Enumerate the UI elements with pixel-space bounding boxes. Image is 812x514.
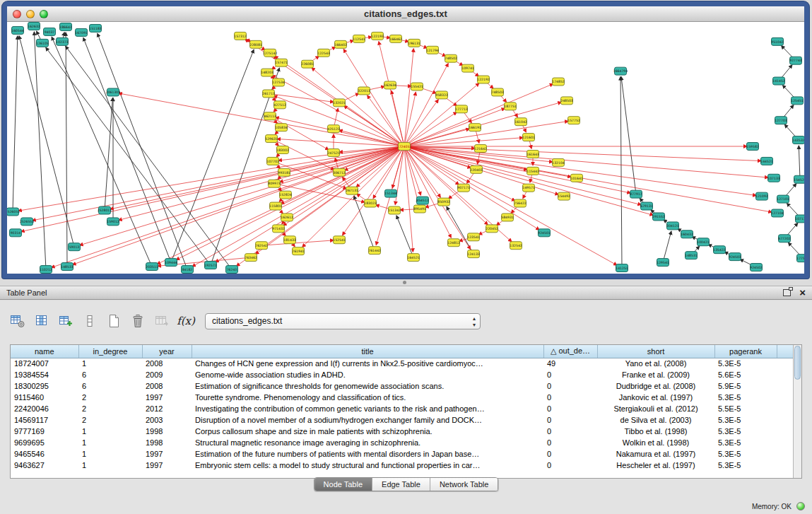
table-cell[interactable]: Embryonic stem cells: a model to study s…: [192, 460, 543, 471]
graph-node[interactable]: 850932: [437, 198, 450, 206]
graph-node[interactable]: 166402: [334, 40, 347, 48]
graph-node[interactable]: 107133: [767, 174, 780, 182]
table-cell[interactable]: 5.3E-5: [714, 358, 777, 369]
graph-node[interactable]: 100421: [697, 238, 710, 246]
graph-node[interactable]: 90314: [10, 229, 22, 237]
graph-hub-node[interactable]: 1724052: [397, 143, 412, 151]
graph-node[interactable]: 748503: [491, 88, 504, 96]
table-cell[interactable]: 2008: [142, 358, 192, 369]
graph-node[interactable]: 177713: [455, 105, 468, 113]
vertical-scrollbar[interactable]: [793, 345, 801, 478]
table-cell[interactable]: Corpus callosum shape and size in male p…: [192, 426, 543, 437]
graph-node[interactable]: 135422: [713, 246, 726, 254]
table-cell[interactable]: 9463627: [11, 460, 78, 471]
column-header[interactable]: year: [142, 345, 192, 358]
table-cell[interactable]: 1: [78, 460, 142, 471]
table-cell[interactable]: 5.9E-5: [714, 380, 777, 392]
graph-node[interactable]: 151342: [388, 206, 401, 214]
graph-node[interactable]: 756422: [514, 199, 526, 207]
table-cell[interactable]: 0: [543, 426, 597, 437]
graph-node[interactable]: 166462: [389, 35, 402, 42]
graph-node[interactable]: 152541: [333, 236, 346, 244]
table-cell[interactable]: 6: [78, 380, 142, 392]
table-cell[interactable]: Stergiakouli et al. (2012): [597, 403, 714, 414]
zoom-window-button[interactable]: [40, 10, 48, 18]
graph-node[interactable]: 143532: [792, 136, 804, 144]
graph-node[interactable]: 152824: [279, 191, 292, 199]
graph-node[interactable]: 164521: [407, 254, 420, 262]
table-cell[interactable]: 5.3E-5: [714, 437, 777, 448]
graph-node[interactable]: 162612: [281, 214, 293, 221]
table-cell[interactable]: 1997: [142, 448, 192, 460]
column-header[interactable]: pagerank: [714, 345, 777, 358]
graph-node[interactable]: 971432: [272, 225, 285, 233]
graph-node[interactable]: 129541: [657, 259, 669, 267]
new-table-icon[interactable]: [105, 312, 123, 330]
network-canvas[interactable]: 1605441626329403718664216709115118312610…: [7, 22, 804, 274]
graph-node[interactable]: 951042: [771, 37, 784, 45]
table-cell[interactable]: 5.3E-5: [714, 426, 777, 437]
table-panel-header[interactable]: Table Panel ×: [0, 286, 812, 300]
graph-node[interactable]: 907171: [457, 184, 470, 192]
graph-node[interactable]: 121092: [755, 192, 768, 200]
graph-node[interactable]: 59013: [69, 243, 81, 251]
graph-node[interactable]: 2528011: [98, 206, 112, 214]
graph-node[interactable]: 148203: [261, 69, 273, 76]
table-cell[interactable]: 9699695: [11, 437, 78, 448]
graph-node[interactable]: 157312: [234, 32, 247, 40]
panel-resize-grip[interactable]: [403, 281, 406, 284]
tab-node-table[interactable]: Node Table: [314, 478, 372, 491]
minimize-window-button[interactable]: [26, 10, 35, 18]
table-cell[interactable]: 18724007: [11, 358, 78, 369]
graph-node[interactable]: 1664794: [613, 67, 628, 75]
graph-node[interactable]: 148533: [61, 263, 73, 271]
show-column-icon[interactable]: [33, 312, 51, 330]
graph-node[interactable]: 261713: [262, 90, 275, 98]
graph-node[interactable]: 220403: [470, 165, 483, 173]
graph-node[interactable]: 127703: [775, 117, 787, 124]
table-cell[interactable]: 5.3E-5: [714, 448, 777, 460]
table-row[interactable]: 2242004622012Investigating the contribut…: [11, 403, 793, 414]
table-cell[interactable]: 2: [78, 414, 142, 426]
table-cell[interactable]: 0: [543, 369, 597, 380]
graph-node[interactable]: 183002: [276, 146, 289, 154]
table-cell[interactable]: 1: [78, 358, 142, 369]
table-cell[interactable]: Genome-wide association studies in ADHD.: [192, 369, 543, 380]
table-cell[interactable]: 9465546: [11, 448, 78, 460]
graph-node[interactable]: 291552: [652, 213, 665, 221]
graph-node[interactable]: 177532: [796, 255, 804, 262]
graph-node[interactable]: 181433: [283, 236, 296, 244]
table-cell[interactable]: Yano et al. (2008): [597, 358, 714, 369]
graph-node[interactable]: 186642: [59, 23, 72, 30]
table-cell[interactable]: 2003: [142, 414, 192, 426]
graph-node[interactable]: 1275142: [263, 49, 278, 57]
graph-node[interactable]: 155421: [411, 83, 423, 90]
column-header[interactable]: in_degree: [78, 345, 142, 358]
table-cell[interactable]: 5.3E-5: [714, 460, 777, 471]
graph-node[interactable]: 809973: [268, 180, 281, 187]
table-cell[interactable]: 1: [78, 448, 142, 460]
graph-node[interactable]: 141251: [616, 264, 628, 272]
table-cell[interactable]: 6: [78, 369, 142, 380]
graph-node[interactable]: 84182: [182, 266, 194, 274]
graph-node[interactable]: 167091: [75, 28, 88, 36]
window-titlebar[interactable]: citations_edges.txt: [7, 6, 804, 22]
table-cell[interactable]: Franke et al. (2009): [597, 369, 714, 380]
table-cell[interactable]: Structural magnetic resonance image aver…: [192, 437, 543, 448]
graph-node[interactable]: 267131: [346, 187, 358, 194]
graph-node[interactable]: 109444: [165, 259, 177, 267]
graph-node[interactable]: 121642: [474, 145, 487, 153]
graph-node[interactable]: 109741: [461, 64, 474, 72]
table-cell[interactable]: 22420046: [11, 403, 78, 414]
graph-node[interactable]: 141452: [772, 77, 785, 85]
table-cell[interactable]: 1: [78, 437, 142, 448]
table-cell[interactable]: 1997: [142, 392, 192, 403]
scrollbar-thumb[interactable]: [794, 346, 801, 380]
table-cell[interactable]: Tibbo et al. (1998): [597, 426, 714, 437]
table-cell[interactable]: 0: [543, 392, 597, 403]
table-cell[interactable]: Estimation of significance thresholds fo…: [192, 380, 543, 392]
graph-node[interactable]: 112541: [353, 35, 365, 42]
table-cell[interactable]: 5.3E-5: [714, 414, 777, 426]
graph-node[interactable]: 105834: [275, 124, 288, 132]
graph-node[interactable]: 427512: [273, 101, 286, 109]
